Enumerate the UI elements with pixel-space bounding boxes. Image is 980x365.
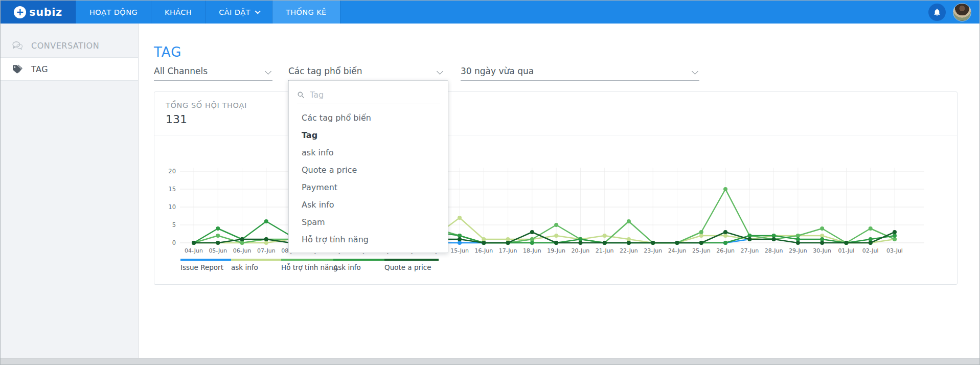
subiz-logo[interactable]: + subiz (1, 1, 76, 24)
svg-text:22-Jun: 22-Jun (620, 247, 638, 254)
sidebar: CONVERSATIONTAG (1, 24, 139, 358)
search-icon (297, 91, 305, 99)
legend-item: Issue Report (180, 259, 231, 271)
legend-label: Ask info (333, 263, 361, 271)
svg-text:25-Jun: 25-Jun (692, 247, 711, 254)
svg-text:06-Jun: 06-Jun (233, 247, 252, 254)
statistics-card: TỔNG SỐ HỘI THOẠI 131 0510152004-Jun05-J… (154, 92, 958, 285)
main-content: TAG All Channels Các tag phổ biến 30 ngà… (139, 24, 979, 358)
nav-tab-label: THỐNG KÊ (286, 8, 327, 16)
nav-tab[interactable]: CÀI ĐẶT (205, 1, 272, 24)
chevron-down-icon (692, 68, 698, 75)
notifications-button[interactable] (928, 4, 946, 21)
tag-line-chart: 0510152004-Jun05-Jun06-Jun07-Jun08-Jun09… (154, 92, 957, 284)
svg-text:15: 15 (168, 186, 176, 193)
svg-text:30-Jun: 30-Jun (813, 247, 831, 254)
legend-label: Issue Report (180, 263, 223, 271)
svg-text:26-Jun: 26-Jun (716, 247, 735, 254)
svg-text:20: 20 (168, 168, 176, 175)
dropdown-item[interactable]: ask info (289, 144, 448, 162)
svg-text:03-Jul: 03-Jul (886, 247, 903, 254)
svg-text:16-Jun: 16-Jun (474, 247, 493, 254)
svg-text:01-Jul: 01-Jul (838, 247, 855, 254)
tag-dropdown-panel: Các tag phổ biếnTagask infoQuote a price… (288, 80, 448, 253)
date-range-select[interactable]: 30 ngày vừa qua (461, 64, 699, 81)
legend-color-bar (384, 259, 439, 261)
tag-select-value: Các tag phổ biến (288, 66, 362, 76)
svg-text:17-Jun: 17-Jun (499, 247, 517, 254)
dropdown-search (297, 87, 440, 103)
svg-text:20-Jun: 20-Jun (572, 247, 590, 254)
svg-text:05-Jun: 05-Jun (209, 247, 227, 254)
bell-icon (933, 8, 941, 16)
sidebar-item-label: TAG (31, 64, 48, 74)
dropdown-item[interactable]: Hỗ trợ tính năng (289, 231, 448, 248)
sidebar-item-conversation[interactable]: CONVERSATION (1, 34, 138, 57)
chat-bubbles-icon (12, 40, 23, 51)
nav-tab[interactable]: THỐNG KÊ (272, 1, 340, 24)
legend-color-bar (180, 259, 231, 261)
nav-tab[interactable]: KHÁCH (151, 1, 205, 24)
svg-text:18-Jun: 18-Jun (523, 247, 541, 254)
sidebar-item-tag[interactable]: TAG (1, 57, 138, 81)
legend-color-bar (333, 259, 384, 261)
svg-text:5: 5 (172, 221, 176, 229)
nav-tabs: HOẠT ĐỘNGKHÁCHCÀI ĐẶTTHỐNG KÊ (76, 1, 340, 24)
tag-select[interactable]: Các tag phổ biến (288, 64, 444, 81)
nav-tab-label: KHÁCH (165, 8, 192, 16)
user-avatar[interactable] (953, 3, 971, 21)
channel-select[interactable]: All Channels (154, 64, 272, 81)
dropdown-list: Các tag phổ biếnTagask infoQuote a price… (289, 109, 448, 248)
svg-text:28-Jun: 28-Jun (765, 247, 783, 254)
dropdown-item[interactable]: Các tag phổ biến (289, 109, 448, 127)
dropdown-item[interactable]: Payment (289, 179, 448, 196)
svg-text:07-Jun: 07-Jun (257, 247, 276, 254)
svg-text:04-Jun: 04-Jun (185, 247, 203, 254)
nav-tab-label: HOẠT ĐỘNG (89, 8, 138, 16)
tag-icon (12, 64, 23, 74)
svg-text:02-Jul: 02-Jul (862, 247, 879, 254)
dropdown-item[interactable]: Ask info (289, 196, 448, 214)
svg-text:21-Jun: 21-Jun (596, 247, 614, 254)
svg-text:19-Jun: 19-Jun (547, 247, 565, 254)
subiz-logo-text: subiz (29, 6, 62, 18)
subiz-statistics-page: + subiz HOẠT ĐỘNGKHÁCHCÀI ĐẶTTHỐNG KÊ CO… (0, 0, 980, 365)
svg-text:15-Jun: 15-Jun (450, 247, 469, 254)
legend-label: Quote a price (384, 263, 431, 271)
legend-label: ask info (231, 263, 258, 271)
legend-label: Hỗ trợ tính năng (281, 263, 338, 271)
legend-color-bar (281, 259, 333, 261)
dropdown-item[interactable]: Tag (289, 127, 448, 144)
svg-text:10: 10 (168, 203, 176, 211)
subiz-logo-icon: + (14, 6, 26, 18)
nav-right (928, 1, 979, 24)
svg-text:29-Jun: 29-Jun (789, 247, 807, 254)
top-nav: + subiz HOẠT ĐỘNGKHÁCHCÀI ĐẶTTHỐNG KÊ (1, 1, 979, 24)
legend-color-bar (231, 259, 281, 261)
svg-text:24-Jun: 24-Jun (668, 247, 687, 254)
chevron-down-icon (265, 68, 271, 75)
legend-item: Ask info (333, 259, 384, 271)
tag-search-input[interactable] (309, 89, 440, 100)
dropdown-item[interactable]: Spam (289, 214, 448, 231)
nav-tab[interactable]: HOẠT ĐỘNG (76, 1, 151, 24)
dropdown-item[interactable]: Quote a price (289, 162, 448, 179)
page-title: TAG (154, 44, 181, 60)
svg-text:23-Jun: 23-Jun (644, 247, 662, 254)
svg-text:27-Jun: 27-Jun (740, 247, 759, 254)
chart-legend: Issue Reportask infoHỗ trợ tính năngAsk … (180, 259, 439, 271)
legend-item: Hỗ trợ tính năng (281, 259, 333, 271)
legend-item: ask info (231, 259, 281, 271)
chevron-down-icon (437, 68, 443, 75)
legend-item: Quote a price (384, 259, 439, 271)
svg-text:0: 0 (172, 239, 176, 246)
chevron-down-icon (255, 8, 260, 14)
viewport-bottom-strip (1, 358, 979, 364)
nav-tab-label: CÀI ĐẶT (219, 8, 250, 16)
date-range-select-value: 30 ngày vừa qua (461, 66, 534, 76)
sidebar-item-label: CONVERSATION (31, 41, 99, 51)
channel-select-value: All Channels (154, 66, 208, 76)
